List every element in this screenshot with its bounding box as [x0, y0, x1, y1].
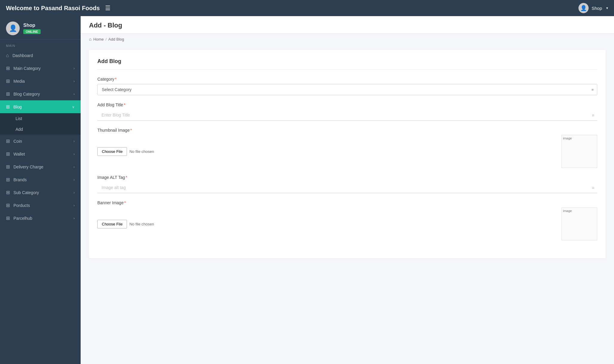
chevron-down-icon: ∨	[72, 105, 75, 109]
choose-file-button-2[interactable]: Choose File	[97, 220, 127, 228]
no-file-text-2: No file chosen	[129, 222, 154, 226]
sidebar-item-sub-category[interactable]: ⊞ Sub Category ›	[0, 186, 81, 199]
sidebar-item-dashboard[interactable]: ⌂ Dashboard	[0, 49, 81, 62]
thumbnail-image-preview: image	[561, 135, 597, 168]
breadcrumb-home[interactable]: Home	[93, 37, 104, 42]
main-content: Add - Blog ⌂ Home / Add Blog Add Blog Ca…	[81, 16, 614, 364]
category-select[interactable]: Select Category	[97, 84, 597, 95]
coin-icon: ⊞	[6, 138, 10, 144]
thumbnail-file-input-wrapper: Choose File No file chosen	[97, 147, 556, 156]
category-select-wrapper: Select Category ≡	[97, 84, 597, 95]
parcelhub-icon: ⊞	[6, 215, 10, 221]
sidebar-item-blog[interactable]: ⊞ Blog ∨	[0, 100, 81, 113]
thumbnail-label: Thumbnail Image*	[97, 128, 597, 133]
chevron-right-icon: ›	[73, 152, 75, 156]
sidebar-item-wallet[interactable]: ⊞ Wallet ›	[0, 148, 81, 160]
no-file-text-1: No file chosen	[129, 149, 154, 154]
delivery-icon: ⊞	[6, 164, 10, 170]
sub-category-icon: ⊞	[6, 190, 10, 195]
banner-file-input-wrapper: Choose File No file chosen	[97, 220, 556, 228]
blog-title-label: Add Blog Title*	[97, 102, 597, 107]
banner-upload-row: Choose File No file chosen image	[97, 208, 597, 240]
top-nav-shop-label: Shop	[592, 6, 602, 11]
banner-label: Banner Image*	[97, 200, 597, 205]
banner-image-preview: image	[561, 208, 597, 240]
sidebar-section-label: MAIN	[0, 40, 81, 49]
wallet-icon: ⊞	[6, 151, 10, 157]
form-group-thumbnail: Thumbnail Image* Choose File No file cho…	[97, 128, 597, 168]
sidebar-item-porducts[interactable]: ⊞ Porducts ›	[0, 199, 81, 212]
sidebar-item-main-category[interactable]: ⊞ Main Category ›	[0, 62, 81, 75]
sidebar-username: Shop	[23, 23, 41, 28]
top-nav: Welcome to Pasand Rasoi Foods ☰ 👤 Shop ▾	[0, 0, 614, 16]
brands-icon: ⊞	[6, 177, 10, 182]
home-icon: ⌂	[89, 37, 91, 42]
layers-icon: ⊞	[6, 65, 10, 71]
category-label: Category*	[97, 77, 597, 82]
blog-subitems: List Add	[0, 113, 81, 135]
blog-category-icon: ⊞	[6, 91, 10, 97]
media-icon: ⊞	[6, 78, 10, 84]
breadcrumb-separator: /	[105, 37, 107, 42]
porducts-icon: ⊞	[6, 202, 10, 208]
hamburger-icon[interactable]: ☰	[105, 4, 110, 12]
form-group-category: Category* Select Category ≡	[97, 77, 597, 95]
breadcrumb: ⌂ Home / Add Blog	[81, 34, 614, 44]
form-group-banner: Banner Image* Choose File No file chosen…	[97, 200, 597, 240]
sidebar-profile: 👤 Shop ONLINE	[0, 16, 81, 40]
layout: 👤 Shop ONLINE MAIN ⌂ Dashboard ⊞ Main Ca…	[0, 16, 614, 364]
form-group-alt-tag: Image ALT Tag* ≡	[97, 175, 597, 193]
sidebar-item-media[interactable]: ⊞ Media ›	[0, 75, 81, 87]
sidebar-item-blog-category[interactable]: ⊞ Blog Category ›	[0, 87, 81, 100]
sidebar-avatar: 👤	[6, 21, 20, 35]
alt-tag-input[interactable]	[97, 182, 597, 193]
breadcrumb-current: Add Blog	[108, 37, 124, 42]
sidebar-profile-info: Shop ONLINE	[23, 23, 41, 34]
chevron-right-icon: ›	[73, 178, 75, 182]
sidebar: 👤 Shop ONLINE MAIN ⌂ Dashboard ⊞ Main Ca…	[0, 16, 81, 364]
sidebar-item-delivery-charge[interactable]: ⊞ Delivery Charge ›	[0, 160, 81, 173]
chevron-right-icon: ›	[73, 191, 75, 195]
top-nav-user[interactable]: 👤 Shop ▾	[578, 3, 608, 13]
chevron-right-icon: ›	[73, 66, 75, 70]
form-card-title: Add Blog	[97, 58, 597, 70]
blog-title-input-wrapper: ≡	[97, 110, 597, 121]
sidebar-item-coin[interactable]: ⊞ Coin ›	[0, 135, 81, 148]
page-header: Add - Blog	[81, 16, 614, 34]
home-icon: ⌂	[6, 53, 9, 58]
page-title: Add - Blog	[89, 21, 606, 29]
chevron-right-icon: ›	[73, 216, 75, 220]
chevron-right-icon: ›	[73, 165, 75, 169]
chevron-right-icon: ›	[73, 79, 75, 83]
blog-icon: ⊞	[6, 104, 10, 110]
sidebar-subitem-add[interactable]: Add	[0, 124, 81, 135]
chevron-right-icon: ›	[73, 139, 75, 143]
alt-tag-label: Image ALT Tag*	[97, 175, 597, 180]
blog-title-input[interactable]	[97, 110, 597, 121]
top-nav-left: Welcome to Pasand Rasoi Foods ☰	[6, 4, 110, 12]
online-badge: ONLINE	[23, 29, 41, 34]
alt-tag-input-wrapper: ≡	[97, 182, 597, 193]
choose-file-button-1[interactable]: Choose File	[97, 147, 127, 156]
app-title: Welcome to Pasand Rasoi Foods	[6, 5, 100, 12]
sidebar-subitem-list[interactable]: List	[0, 113, 81, 124]
thumbnail-upload-row: Choose File No file chosen image	[97, 135, 597, 168]
chevron-right-icon: ›	[73, 203, 75, 208]
avatar: 👤	[578, 3, 589, 13]
form-group-blog-title: Add Blog Title* ≡	[97, 102, 597, 121]
chevron-down-icon: ▾	[606, 6, 608, 10]
form-card: Add Blog Category* Select Category ≡ Add…	[89, 50, 606, 258]
sidebar-item-parcelhub[interactable]: ⊞ Parcelhub ›	[0, 212, 81, 225]
sidebar-item-brands[interactable]: ⊞ Brands ›	[0, 173, 81, 186]
chevron-right-icon: ›	[73, 92, 75, 96]
